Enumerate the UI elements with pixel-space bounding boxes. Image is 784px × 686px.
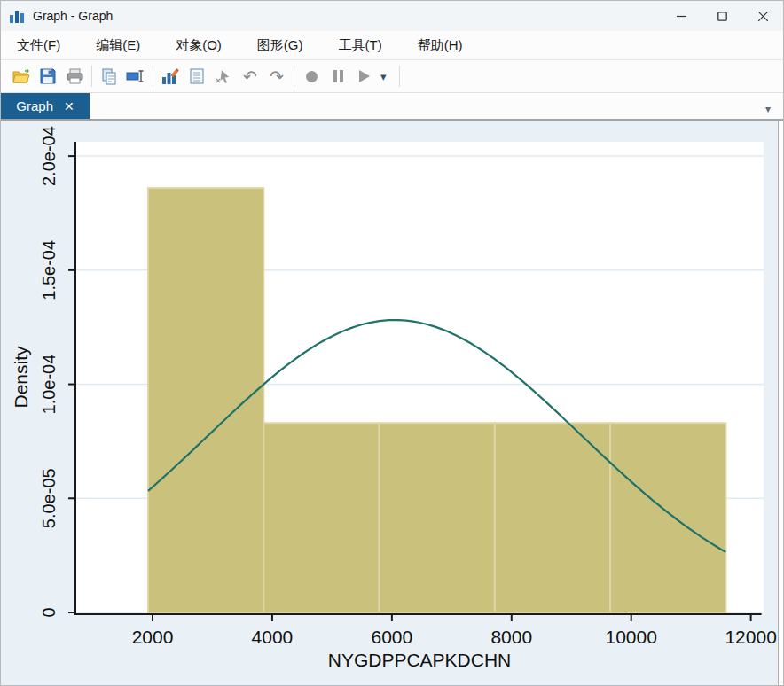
graph-editor-icon (161, 68, 179, 85)
window-title: Graph - Graph (33, 9, 113, 23)
tab-graph[interactable]: Graph ✕ (1, 93, 90, 119)
record-icon (306, 71, 318, 82)
undo-icon: ↶ (243, 68, 257, 85)
svg-text:4000: 4000 (252, 627, 294, 647)
close-button[interactable] (742, 1, 783, 31)
undo-button[interactable]: ↶ (239, 65, 262, 88)
menu-bar: 文件(F)编辑(E)对象(O)图形(G)工具(T)帮助(H) (1, 31, 783, 60)
graph-editor-button[interactable] (159, 65, 182, 88)
print-button[interactable] (63, 65, 86, 88)
histogram-chart: 05.0e-051.0e-041.5e-042.0e-0420004000600… (1, 121, 779, 685)
toolbar: ↶ ↷ ▾ (1, 60, 783, 93)
menu-item-1[interactable]: 编辑(E) (90, 34, 145, 58)
svg-text:6000: 6000 (372, 627, 413, 647)
menu-item-0[interactable]: 文件(F) (12, 34, 66, 58)
pause-button[interactable] (326, 65, 349, 88)
svg-text:0: 0 (39, 607, 59, 617)
rename-graph-button[interactable] (124, 65, 147, 88)
redo-button[interactable]: ↷ (265, 65, 288, 88)
pointer-deselect-button[interactable] (212, 65, 235, 88)
svg-text:1.0e-04: 1.0e-04 (39, 355, 59, 415)
pointer-deselect-icon (216, 68, 232, 85)
copy-button[interactable] (98, 65, 121, 88)
maximize-button[interactable] (702, 1, 742, 31)
log-viewer-button[interactable] (185, 65, 208, 88)
play-options-caret-icon: ▾ (380, 70, 393, 83)
save-button[interactable] (36, 65, 59, 88)
title-bar: Graph - Graph (1, 1, 783, 31)
pause-icon (333, 70, 343, 82)
open-folder-icon (12, 69, 30, 84)
svg-text:5.0e-05: 5.0e-05 (39, 468, 59, 528)
tab-close-icon[interactable]: ✕ (64, 99, 74, 113)
tab-bar: Graph ✕ ▾ (1, 93, 783, 121)
tab-graph-label: Graph (16, 98, 53, 113)
stata-graph-window: Graph - Graph 文件(F)编辑(E)对象(O)图形(G)工具(T)帮… (0, 0, 784, 686)
rename-icon (126, 69, 145, 83)
save-icon (40, 68, 56, 84)
open-folder-button[interactable] (10, 65, 33, 88)
tab-overflow-caret-icon[interactable]: ▾ (765, 103, 771, 115)
menu-item-3[interactable]: 图形(G) (252, 34, 309, 58)
redo-icon: ↷ (270, 68, 284, 85)
menu-item-5[interactable]: 帮助(H) (412, 34, 468, 58)
stata-graph-icon (10, 9, 26, 23)
svg-text:12000: 12000 (725, 627, 776, 647)
svg-text:NYGDPPCAPKDCHN: NYGDPPCAPKDCHN (328, 650, 512, 670)
log-viewer-icon (190, 68, 204, 84)
graph-canvas: 05.0e-051.0e-041.5e-042.0e-0420004000600… (1, 121, 779, 685)
toolbar-separator (399, 66, 400, 87)
svg-text:2000: 2000 (132, 627, 174, 647)
copy-icon (101, 68, 117, 85)
svg-text:10000: 10000 (606, 627, 657, 647)
svg-text:1.5e-04: 1.5e-04 (39, 240, 59, 300)
svg-text:Density: Density (11, 346, 31, 409)
menu-item-2[interactable]: 对象(O) (170, 34, 227, 58)
minimize-button[interactable] (661, 1, 702, 31)
print-icon (67, 68, 83, 84)
svg-text:2.0e-04: 2.0e-04 (39, 126, 59, 186)
play-options-button[interactable]: ▾ (380, 65, 394, 88)
graph-area: 05.0e-051.0e-041.5e-042.0e-0420004000600… (1, 121, 783, 685)
window-controls (661, 1, 783, 31)
play-button[interactable] (353, 65, 376, 88)
play-icon (359, 70, 370, 82)
menu-item-4[interactable]: 工具(T) (333, 34, 388, 58)
svg-text:8000: 8000 (490, 627, 532, 647)
record-button[interactable] (300, 65, 323, 88)
